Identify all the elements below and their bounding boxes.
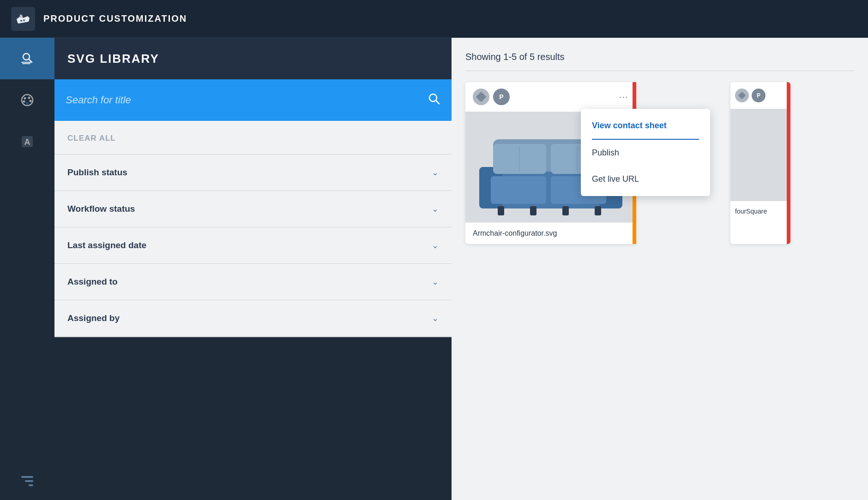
card-armchair: P ⋯ [465,82,636,244]
chevron-down-icon-assigned-by: ⌄ [432,313,439,323]
menu-label-get-live-url: Get live URL [592,174,639,184]
context-menu-item-publish[interactable]: Publish [581,140,710,166]
filter-label-publish-status: Publish status [67,167,127,178]
card-header-foursquare: P [730,82,790,109]
menu-label-publish: Publish [592,148,619,158]
filter-column: SVG LIBRARY CLEAR ALL [54,38,452,500]
card-status-bar-2 [787,82,790,244]
bar-3 [21,476,33,478]
svg-line-15 [436,101,439,104]
svg-rect-27 [498,206,504,215]
filter-label-workflow-status: Workflow status [67,204,135,214]
search-button[interactable] [428,92,440,108]
chevron-down-icon-workflow: ⌄ [432,204,439,214]
filter-label-last-assigned-date: Last assigned date [67,240,146,250]
svg-text:A: A [24,137,30,147]
context-menu: View contact sheet Publish Get live URL [581,109,710,196]
svg-point-1 [23,19,25,21]
menu-bars-icon [21,476,33,486]
filter-item-assigned-by[interactable]: Assigned by ⌄ [54,300,452,337]
cards-grid: P ⋯ [465,82,854,244]
section-title: SVG LIBRARY [67,52,159,66]
p-badge-icon: P [493,89,510,105]
chevron-down-icon-assigned-to: ⌄ [432,277,439,287]
filter-body: CLEAR ALL Publish status ⌄ Workflow stat… [54,121,452,337]
logo-icon [11,7,35,31]
filter-item-publish-status[interactable]: Publish status ⌄ [54,155,452,191]
filter-panel: CLEAR ALL Publish status ⌄ Workflow stat… [54,79,452,337]
card-icons-left: P [473,89,510,105]
results-header: Showing 1-5 of 5 results [465,52,854,71]
svg-point-7 [24,97,26,100]
top-header: PRODUCT CUSTOMIZATION [0,0,868,38]
bar-1 [29,484,33,486]
sidebar-item-text[interactable]: A [0,121,54,162]
svg-point-0 [20,20,22,22]
card-foursquare: P fourSquare [730,82,790,244]
filter-item-workflow-status[interactable]: Workflow status ⌄ [54,191,452,227]
card-header-armchair: P ⋯ [465,82,636,112]
card-filename-foursquare: fourSquare [735,208,767,215]
app-title: PRODUCT CUSTOMIZATION [43,13,187,24]
card-image-foursquare [730,109,790,201]
menu-label-view-contact-sheet: View contact sheet [592,121,667,131]
svg-point-9 [30,100,32,102]
clear-all-button[interactable]: CLEAR ALL [67,134,116,143]
sidebar-item-colors[interactable] [0,79,54,121]
search-bar [54,79,452,121]
context-menu-item-get-live-url[interactable]: Get live URL [581,166,710,192]
filter-bottom-divider [54,337,452,337]
svg-point-11 [26,102,29,105]
p-badge-icon-2: P [752,89,766,102]
more-options-button[interactable]: ⋯ [619,91,629,102]
filter-item-last-assigned-date[interactable]: Last assigned date ⌄ [54,227,452,264]
svg-rect-30 [595,206,601,215]
filter-item-assigned-to[interactable]: Assigned to ⌄ [54,264,452,300]
context-menu-item-view-contact-sheet[interactable]: View contact sheet [581,113,710,139]
chevron-down-icon-publish: ⌄ [432,167,439,178]
menu-item-wrapper-view: View contact sheet [581,113,710,140]
diamond-badge-icon [473,89,489,105]
svg-rect-28 [530,206,536,215]
svg-rect-21 [491,176,546,204]
chevron-down-icon-last-assigned: ⌄ [432,240,439,250]
filter-label-assigned-to: Assigned to [67,277,118,287]
search-input[interactable] [66,94,428,106]
svg-point-8 [28,97,30,99]
content-area: Showing 1-5 of 5 results P ⋯ [452,38,868,500]
main-layout: A SVG LIBRARY [0,38,868,500]
diamond-inner [476,92,487,102]
svg-rect-29 [562,206,569,215]
sidebar-bottom-icon [21,476,33,486]
bar-2 [25,480,33,482]
diamond-inner-2 [738,92,746,100]
card-footer-foursquare: fourSquare [730,201,790,221]
diamond-badge-icon-2 [735,89,749,102]
clear-all-row: CLEAR ALL [54,121,452,155]
svg-point-10 [23,101,25,103]
svg-line-3 [29,59,32,62]
icon-sidebar: A [0,38,54,500]
filter-label-assigned-by: Assigned by [67,313,120,323]
card-footer-armchair: Armchair-configurator.svg [465,222,636,244]
sidebar-item-library[interactable] [0,38,54,79]
card-filename-armchair: Armchair-configurator.svg [473,229,557,237]
section-title-bar: SVG LIBRARY [54,38,452,79]
